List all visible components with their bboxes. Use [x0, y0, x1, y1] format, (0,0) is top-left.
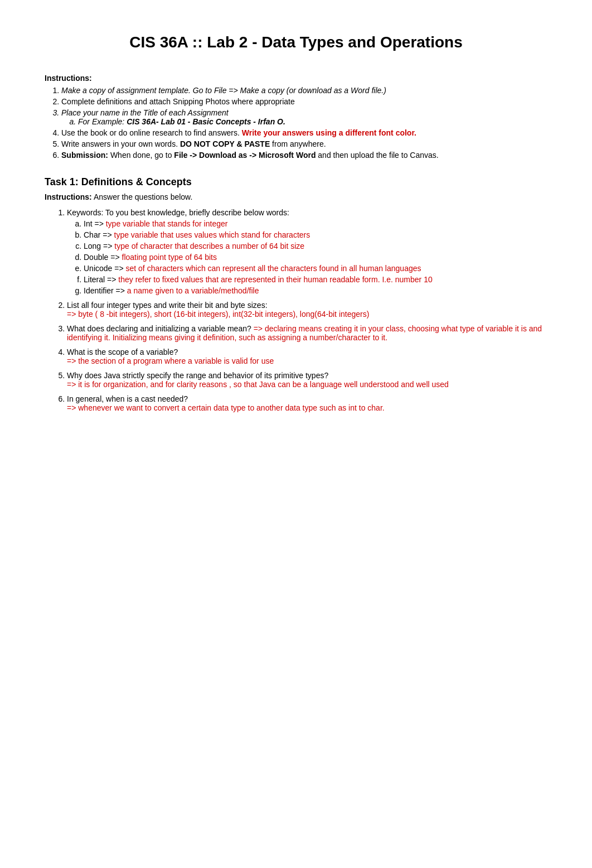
- example-bold: CIS 36A- Lab 01 - Basic Concepts - Irfan…: [127, 117, 285, 126]
- instruction-text-5b: from anywhere.: [270, 139, 326, 148]
- page-title: CIS 36A :: Lab 2 - Data Types and Operat…: [45, 33, 547, 51]
- q1e-label: Unicode: [84, 264, 112, 273]
- instructions-label: Instructions:: [45, 74, 547, 83]
- q1-text: Keywords: To you best knowledge, briefly…: [67, 208, 289, 217]
- q1b: Char => type variable that uses values w…: [84, 230, 547, 239]
- q1d-label: Double: [84, 253, 108, 262]
- q1b-label: Char: [84, 230, 100, 239]
- q1c-label: Long: [84, 242, 101, 250]
- task1-questions-list: Keywords: To you best knowledge, briefly…: [45, 208, 547, 412]
- q2-answer: => byte ( 8 -bit integers), short (16-bi…: [67, 310, 369, 319]
- q3-text: What does declaring and initializing a v…: [67, 324, 251, 333]
- task1-section: Task 1: Definitions & Concepts Instructi…: [45, 176, 547, 412]
- q1-sub-list: Int => type variable that stands for int…: [67, 219, 547, 295]
- q1g-sep: =>: [114, 286, 127, 295]
- instruction-item-4: Use the book or do online research to fi…: [61, 128, 547, 137]
- q1c: Long => type of character that describes…: [84, 242, 547, 250]
- instruction-item-1: Make a copy of assignment template. Go t…: [61, 86, 547, 95]
- q2-text: List all four integer types and write th…: [67, 301, 268, 310]
- question-6: In general, when is a cast needed? => wh…: [67, 394, 547, 412]
- q1d: Double => floating point type of 64 bits: [84, 253, 547, 262]
- task1-instructions-bold: Instructions:: [45, 192, 92, 201]
- q1g-answer: a name given to a variable/method/file: [127, 286, 259, 295]
- question-4: What is the scope of a variable? => the …: [67, 348, 547, 365]
- instruction-bold-5: DO NOT COPY & PASTE: [180, 139, 270, 148]
- question-2: List all four integer types and write th…: [67, 301, 547, 319]
- instruction-item-3: Place your name in the Title of each Ass…: [61, 108, 547, 126]
- instruction-text-1: Make a copy of assignment template. Go t…: [61, 86, 386, 95]
- q1g: Identifier => a name given to a variable…: [84, 286, 547, 295]
- instruction-text-4a: Use the book or do online research to fi…: [61, 128, 242, 137]
- task1-instructions-text: Answer the questions below.: [94, 192, 192, 201]
- instruction-text-6a: When done, go to: [108, 151, 174, 160]
- instruction-text-2: Complete definitions and attach Snipping…: [61, 97, 295, 106]
- q1f-sep: =>: [105, 275, 118, 284]
- task1-title: Task 1: Definitions & Concepts: [45, 176, 547, 188]
- q1a-answer: type variable that stands for integer: [106, 219, 228, 228]
- q1b-answer: type variable that uses values which sta…: [114, 230, 310, 239]
- q6-answer: => whenever we want to convert a certain…: [67, 403, 385, 412]
- question-3: What does declaring and initializing a v…: [67, 324, 547, 342]
- instruction-text-6b: and then upload the file to Canvas.: [316, 151, 438, 160]
- task1-instructions: Instructions: Answer the questions below…: [45, 192, 547, 201]
- question-5: Why does Java strictly specify the range…: [67, 371, 547, 389]
- q4-answer: => the section of a program where a vari…: [67, 356, 274, 365]
- instruction-item-5: Write answers in your own words. DO NOT …: [61, 139, 547, 148]
- q5-answer: => it is for organization, and for clari…: [67, 380, 449, 389]
- q1a-label: Int: [84, 219, 93, 228]
- instruction-sub-list: For Example: CIS 36A- Lab 01 - Basic Con…: [61, 117, 547, 126]
- instruction-text-5a: Write answers in your own words.: [61, 139, 180, 148]
- q1a: Int => type variable that stands for int…: [84, 219, 547, 228]
- q1f-label: Literal: [84, 275, 105, 284]
- instruction-bold-6b: File -> Download as -> Microsoft Word: [174, 151, 316, 160]
- q1f: Literal => they refer to fixed values th…: [84, 275, 547, 284]
- q1g-label: Identifier: [84, 286, 114, 295]
- q5-text: Why does Java strictly specify the range…: [67, 371, 328, 380]
- q4-text: What is the scope of a variable?: [67, 348, 178, 356]
- for-example-italic: For Example: CIS 36A- Lab 01 - Basic Con…: [78, 117, 285, 126]
- q1d-answer: floating point type of 64 bits: [122, 253, 217, 262]
- q1c-sep: =>: [101, 242, 114, 250]
- instructions-list: Make a copy of assignment template. Go t…: [45, 86, 547, 160]
- instruction-text-3: Place your name in the Title of each Ass…: [61, 108, 229, 117]
- q6-text: In general, when is a cast needed?: [67, 394, 188, 403]
- q1f-answer: they refer to fixed values that are repr…: [118, 275, 432, 284]
- instruction-bold-6a: Submission:: [61, 151, 108, 160]
- instruction-item-6: Submission: When done, go to File -> Dow…: [61, 151, 547, 160]
- q1e: Unicode => set of characters which can r…: [84, 264, 547, 273]
- instruction-red-4: Write your answers using a different fon…: [242, 128, 416, 137]
- instruction-sub-item-a: For Example: CIS 36A- Lab 01 - Basic Con…: [78, 117, 547, 126]
- q1e-sep: =>: [112, 264, 125, 273]
- q1e-answer: set of characters which can represent al…: [126, 264, 421, 273]
- instruction-item-2: Complete definitions and attach Snipping…: [61, 97, 547, 106]
- instructions-section: Instructions: Make a copy of assignment …: [45, 74, 547, 160]
- q1c-answer: type of character that describes a numbe…: [114, 242, 304, 250]
- q1d-sep: =>: [108, 253, 122, 262]
- question-1: Keywords: To you best knowledge, briefly…: [67, 208, 547, 295]
- q1a-sep: =>: [93, 219, 106, 228]
- q1b-sep: =>: [100, 230, 114, 239]
